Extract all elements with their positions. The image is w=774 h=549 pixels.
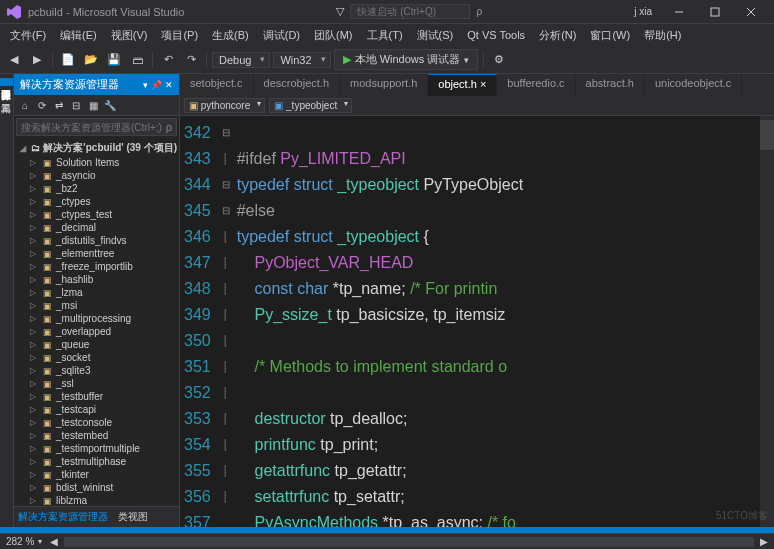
menu-item[interactable]: 生成(B)	[206, 26, 255, 45]
platform-combo[interactable]: Win32	[273, 52, 330, 68]
panel-dropdown-icon[interactable]: ▾	[143, 80, 148, 90]
sync-icon[interactable]: ⇄	[52, 98, 66, 112]
play-icon: ▶	[343, 53, 351, 66]
collapse-icon[interactable]: ⊟	[69, 98, 83, 112]
project-item[interactable]: ▷▣_queue	[14, 338, 179, 351]
project-item[interactable]: ▷▣_ctypes_test	[14, 208, 179, 221]
show-all-icon[interactable]: ▦	[86, 98, 100, 112]
project-item[interactable]: ▷▣_testembed	[14, 429, 179, 442]
start-debug-button[interactable]: ▶本地 Windows 调试器▾	[334, 49, 479, 70]
project-item[interactable]: ▷▣_freeze_importlib	[14, 260, 179, 273]
search-icon[interactable]: ρ	[166, 121, 172, 133]
menu-item[interactable]: 视图(V)	[105, 26, 154, 45]
horizontal-scrollbar[interactable]	[64, 537, 754, 547]
misc-tool-icon[interactable]: ⚙	[489, 50, 509, 70]
zoom-level[interactable]: 282 %	[6, 536, 34, 547]
project-item[interactable]: ▷▣_testconsole	[14, 416, 179, 429]
notification-icon[interactable]: ▽	[336, 5, 344, 18]
svg-rect-0	[711, 8, 719, 16]
editor-tab[interactable]: object.h ×	[428, 74, 497, 96]
user-label[interactable]: j xia	[634, 6, 652, 17]
editor-tab[interactable]: setobject.c	[180, 74, 254, 96]
menu-item[interactable]: 项目(P)	[155, 26, 204, 45]
project-item[interactable]: ▷▣_testbuffer	[14, 390, 179, 403]
project-item[interactable]: ▷▣_overlapped	[14, 325, 179, 338]
pin-icon[interactable]: 📌	[151, 80, 162, 90]
panel-close-icon[interactable]: ✕	[165, 80, 173, 90]
left-tool-tabs: 服务器资源管理器 工具箱	[0, 74, 14, 527]
save-icon[interactable]: 💾	[104, 50, 124, 70]
project-item[interactable]: ▷▣_msi	[14, 299, 179, 312]
code-content[interactable]: #ifdef Py_LIMITED_APItypedef struct _typ…	[233, 116, 774, 527]
watermark: 51CTO博客	[716, 509, 768, 523]
menu-item[interactable]: 工具(T)	[361, 26, 409, 45]
menu-item[interactable]: Qt VS Tools	[461, 27, 531, 43]
nav-project-combo[interactable]: ▣ pythoncore	[184, 98, 265, 113]
project-item[interactable]: ▷▣_distutils_findvs	[14, 234, 179, 247]
redo-icon[interactable]: ↷	[181, 50, 201, 70]
menu-item[interactable]: 分析(N)	[533, 26, 582, 45]
project-item[interactable]: ▷▣_elementtree	[14, 247, 179, 260]
project-item[interactable]: ▷▣_testmultiphase	[14, 455, 179, 468]
nav-fwd-icon[interactable]: ▶	[27, 50, 47, 70]
project-item[interactable]: ▷▣_testcapi	[14, 403, 179, 416]
project-item[interactable]: ▷▣_testimportmultiple	[14, 442, 179, 455]
vertical-scrollbar[interactable]	[760, 116, 774, 527]
project-item[interactable]: ▷▣_decimal	[14, 221, 179, 234]
nav-back-icon[interactable]: ◀	[4, 50, 24, 70]
vs-logo-icon	[6, 4, 22, 20]
line-numbers: 3423433443453463473483493503513523533543…	[180, 116, 219, 527]
nav-scope-combo[interactable]: ▣ _typeobject	[269, 98, 352, 113]
menu-item[interactable]: 调试(D)	[257, 26, 306, 45]
project-item[interactable]: ▷▣liblzma	[14, 494, 179, 506]
project-item[interactable]: ▷▣_bz2	[14, 182, 179, 195]
fold-margin[interactable]: ⊟│⊟⊟│││││││││││	[219, 116, 233, 527]
project-item[interactable]: ▷▣_sqlite3	[14, 364, 179, 377]
menu-item[interactable]: 文件(F)	[4, 26, 52, 45]
menu-item[interactable]: 编辑(E)	[54, 26, 103, 45]
editor-tab[interactable]: abstract.h	[576, 74, 645, 96]
menu-item[interactable]: 窗口(W)	[584, 26, 636, 45]
refresh-icon[interactable]: ⟳	[35, 98, 49, 112]
config-combo[interactable]: Debug	[212, 52, 270, 68]
toolbox-tab[interactable]: 工具箱	[0, 92, 13, 100]
open-icon[interactable]: 📂	[81, 50, 101, 70]
project-item[interactable]: ▷▣_tkinter	[14, 468, 179, 481]
project-item[interactable]: ▷▣_hashlib	[14, 273, 179, 286]
project-item[interactable]: ▷▣Solution Items	[14, 156, 179, 169]
menu-item[interactable]: 帮助(H)	[638, 26, 687, 45]
tab-class-view[interactable]: 类视图	[118, 510, 148, 524]
menu-item[interactable]: 测试(S)	[411, 26, 460, 45]
menu-bar: 文件(F)编辑(E)视图(V)项目(P)生成(B)调试(D)团队(M)工具(T)…	[0, 24, 774, 46]
menu-item[interactable]: 团队(M)	[308, 26, 359, 45]
project-item[interactable]: ▷▣_socket	[14, 351, 179, 364]
new-project-icon[interactable]: 📄	[58, 50, 78, 70]
project-item[interactable]: ▷▣bdist_wininst	[14, 481, 179, 494]
editor-tab[interactable]: modsupport.h	[340, 74, 428, 96]
code-editor: 3423433443453463473483493503513523533543…	[180, 116, 774, 527]
project-item[interactable]: ▷▣_ssl	[14, 377, 179, 390]
minimize-button[interactable]	[662, 2, 696, 22]
tab-solution-explorer[interactable]: 解决方案资源管理器	[18, 510, 108, 524]
quick-launch-input[interactable]	[350, 4, 470, 19]
editor-tab[interactable]: bufferedio.c	[497, 74, 575, 96]
properties-icon[interactable]: 🔧	[103, 98, 117, 112]
server-explorer-tab[interactable]: 服务器资源管理器	[0, 78, 13, 86]
solution-root[interactable]: ◢🗂解决方案'pcbuild' (39 个项目)	[14, 140, 179, 156]
home-icon[interactable]: ⌂	[18, 98, 32, 112]
project-item[interactable]: ▷▣_multiprocessing	[14, 312, 179, 325]
project-item[interactable]: ▷▣_lzma	[14, 286, 179, 299]
editor-tab[interactable]: descrobject.h	[254, 74, 340, 96]
editor-tab[interactable]: unicodeobject.c	[645, 74, 742, 96]
undo-icon[interactable]: ↶	[158, 50, 178, 70]
solution-explorer-title: 解决方案资源管理器	[20, 77, 119, 92]
solution-explorer: 解决方案资源管理器 ▾ 📌 ✕ ⌂ ⟳ ⇄ ⊟ ▦ 🔧 ρ ◢🗂解决方案'pcb…	[14, 74, 180, 527]
save-all-icon[interactable]: 🗃	[127, 50, 147, 70]
project-item[interactable]: ▷▣_asyncio	[14, 169, 179, 182]
editor-tabs: setobject.cdescrobject.hmodsupport.hobje…	[180, 74, 774, 96]
solution-search-input[interactable]	[21, 122, 166, 133]
quick-launch-hint: ρ	[476, 6, 482, 17]
close-button[interactable]	[734, 2, 768, 22]
project-item[interactable]: ▷▣_ctypes	[14, 195, 179, 208]
maximize-button[interactable]	[698, 2, 732, 22]
